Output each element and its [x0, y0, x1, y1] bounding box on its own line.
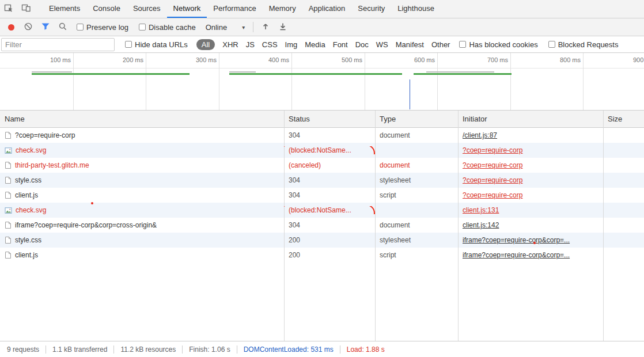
- resource-type-filters: AllXHRJSCSSImgMediaFontDocWSManifestOthe…: [196, 39, 450, 50]
- status-cell: 304: [284, 221, 375, 229]
- type-cell: stylesheet: [375, 176, 458, 184]
- clear-network-log-button[interactable]: [20, 22, 37, 33]
- tab-lighthouse[interactable]: Lighthouse: [391, 0, 441, 18]
- table-row[interactable]: ?coep=require-corp304document/client.js:…: [0, 128, 644, 143]
- initiator-link[interactable]: client.js:131: [463, 206, 499, 214]
- initiator-link[interactable]: iframe?coep=require-corp&corp=...: [463, 251, 570, 259]
- throttling-dropdown[interactable]: Online ▾: [206, 23, 245, 32]
- column-header-name[interactable]: Name: [0, 115, 284, 123]
- tab-console[interactable]: Console: [86, 0, 127, 18]
- type-filter-font[interactable]: Font: [333, 40, 348, 49]
- type-filter-other[interactable]: Other: [431, 40, 450, 49]
- filter-toggle-button[interactable]: [37, 22, 54, 32]
- table-row[interactable]: client.js200scriptiframe?coep=require-co…: [0, 248, 644, 263]
- status-cell: (blocked:NotSame...: [284, 146, 375, 154]
- timeline-tick-label: 600 ms: [393, 56, 435, 63]
- preserve-log-checkbox[interactable]: Preserve log: [77, 23, 128, 32]
- status-text: 304: [289, 131, 300, 139]
- transferred-size: 1.1 kB transferred: [52, 345, 107, 354]
- inspect-element-button[interactable]: [0, 0, 17, 18]
- filter-input[interactable]: [1, 38, 115, 51]
- request-name-cell: ?coep=require-corp: [0, 131, 284, 139]
- initiator-link[interactable]: client.js:142: [463, 221, 499, 229]
- initiator-cell: ?coep=require-corp: [458, 146, 603, 154]
- type-filter-xhr[interactable]: XHR: [222, 40, 238, 49]
- waterfall-bar: [426, 71, 494, 73]
- import-har-button[interactable]: [257, 22, 274, 33]
- status-text: 304: [289, 221, 300, 229]
- type-filter-doc[interactable]: Doc: [355, 40, 369, 49]
- initiator-link[interactable]: /client.js:87: [463, 131, 497, 139]
- status-cell: (canceled): [284, 161, 375, 169]
- clear-icon: [24, 22, 33, 33]
- table-row[interactable]: style.css200stylesheetiframe?coep=requir…: [0, 233, 644, 248]
- tab-memory[interactable]: Memory: [263, 0, 302, 18]
- table-row[interactable]: check.svg(blocked:NotSame...client.js:13…: [0, 203, 644, 218]
- record-network-log-button[interactable]: [2, 24, 20, 31]
- checkbox-icon: [139, 24, 146, 31]
- request-name-cell: style.css: [0, 176, 284, 184]
- type-filter-ws[interactable]: WS: [376, 40, 388, 49]
- requests-count: 9 requests: [7, 345, 39, 354]
- throttling-value: Online: [206, 23, 228, 32]
- type-filter-media[interactable]: Media: [305, 40, 325, 49]
- timeline-gridline: [437, 53, 438, 110]
- initiator-link[interactable]: ?coep=require-corp: [463, 191, 522, 199]
- has-blocked-cookies-checkbox[interactable]: Has blocked cookies: [459, 40, 537, 49]
- type-filter-css[interactable]: CSS: [262, 40, 278, 49]
- table-row[interactable]: check.svg(blocked:NotSame...?coep=requir…: [0, 143, 644, 158]
- request-name: client.js: [15, 251, 38, 259]
- initiator-cell: iframe?coep=require-corp&corp=...: [458, 251, 603, 259]
- request-name-cell: client.js: [0, 251, 284, 259]
- initiator-link[interactable]: ?coep=require-corp: [463, 146, 522, 154]
- request-name: style.css: [15, 236, 41, 244]
- column-header-initiator[interactable]: Initiator: [458, 115, 603, 123]
- export-har-button[interactable]: [274, 22, 291, 33]
- type-filter-all[interactable]: All: [196, 39, 215, 50]
- initiator-link[interactable]: ?coep=require-corp: [463, 176, 522, 184]
- tab-application[interactable]: Application: [302, 0, 352, 18]
- status-cell: 200: [284, 251, 375, 259]
- status-cell: 304: [284, 131, 375, 139]
- status-cell: 304: [284, 191, 375, 199]
- load-time: Load: 1.88 s: [347, 345, 385, 354]
- status-text: (blocked:NotSame...: [289, 146, 351, 154]
- column-header-status[interactable]: Status: [284, 115, 375, 123]
- search-icon: [58, 22, 67, 33]
- waterfall-bar: [32, 71, 72, 73]
- status-bar: 9 requests 1.1 kB transferred 11.2 kB re…: [0, 341, 644, 357]
- table-row[interactable]: client.js304script?coep=require-corp: [0, 188, 644, 203]
- type-filter-manifest[interactable]: Manifest: [396, 40, 424, 49]
- device-toolbar-button[interactable]: [17, 0, 35, 18]
- request-name-cell: check.svg: [0, 206, 284, 214]
- request-name: iframe?coep=require-corp&corp=cross-orig…: [15, 221, 157, 229]
- blocked-requests-checkbox[interactable]: Blocked Requests: [548, 40, 619, 49]
- type-filter-js[interactable]: JS: [246, 40, 255, 49]
- table-row[interactable]: iframe?coep=require-corp&corp=cross-orig…: [0, 218, 644, 233]
- timeline-tick-label: 900 ms: [612, 56, 644, 63]
- column-header-size[interactable]: Size: [603, 115, 644, 123]
- disable-cache-label: Disable cache: [149, 23, 196, 32]
- timeline-overview[interactable]: 100 ms200 ms300 ms400 ms500 ms600 ms700 …: [0, 53, 644, 111]
- network-filter-bar: Hide data URLs AllXHRJSCSSImgMediaFontDo…: [0, 36, 644, 53]
- status-cell: 200: [284, 236, 375, 244]
- table-row[interactable]: third-party-test.glitch.me(canceled)docu…: [0, 158, 644, 173]
- timeline-tick-label: 700 ms: [467, 56, 508, 63]
- tab-elements[interactable]: Elements: [43, 0, 86, 18]
- filter-funnel-icon: [41, 22, 50, 32]
- initiator-cell: /client.js:87: [458, 131, 603, 139]
- tab-security[interactable]: Security: [351, 0, 391, 18]
- initiator-link[interactable]: iframe?coep=require-corp&corp=...: [463, 236, 570, 244]
- tab-network[interactable]: Network: [167, 0, 207, 18]
- tab-performance[interactable]: Performance: [207, 0, 262, 18]
- column-header-type[interactable]: Type: [375, 115, 458, 123]
- type-filter-img[interactable]: Img: [285, 40, 298, 49]
- disable-cache-checkbox[interactable]: Disable cache: [139, 23, 196, 32]
- table-body: ?coep=require-corp304document/client.js:…: [0, 128, 644, 263]
- hide-data-urls-checkbox[interactable]: Hide data URLs: [125, 40, 188, 49]
- tab-sources[interactable]: Sources: [127, 0, 167, 18]
- search-button[interactable]: [54, 22, 71, 33]
- document-icon: [5, 161, 12, 169]
- table-row[interactable]: style.css304stylesheet?coep=require-corp: [0, 173, 644, 188]
- initiator-link[interactable]: ?coep=require-corp: [463, 161, 522, 169]
